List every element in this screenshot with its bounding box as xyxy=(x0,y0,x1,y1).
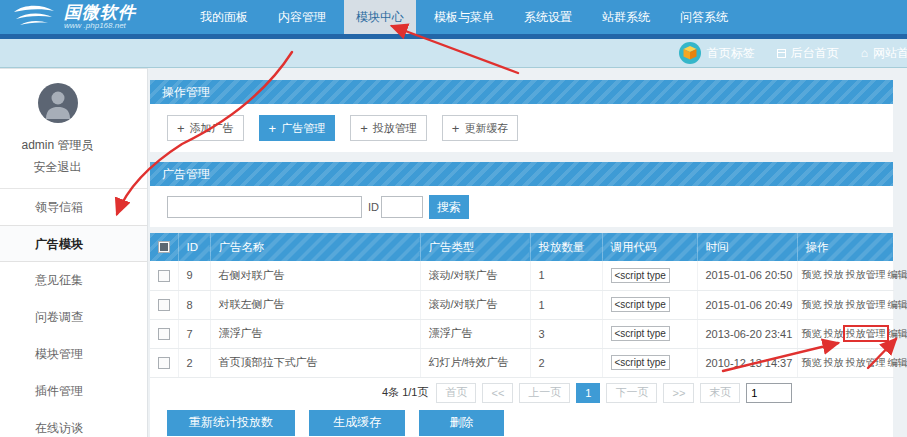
nav-item-2[interactable]: 模块中心 xyxy=(344,0,416,34)
cell-checkbox xyxy=(150,261,178,290)
cell-name: 首页顶部拉下式广告 xyxy=(210,348,420,377)
quick-link-0[interactable]: 首页标签 xyxy=(678,41,755,65)
row-checkbox[interactable] xyxy=(158,270,170,282)
page-button-3[interactable]: 1 xyxy=(576,383,600,403)
cell-code: <script type xyxy=(602,290,697,319)
header-cell-2: 广告名称 xyxy=(210,233,420,261)
ops-button-label: 更新缓存 xyxy=(464,121,508,136)
ops-button-2[interactable]: +投放管理 xyxy=(350,115,427,141)
cell-actions: 预览投放投放管理编辑 xyxy=(797,348,893,377)
row-checkbox[interactable] xyxy=(158,357,170,369)
sidebar-menu: 领导信箱广告模块意见征集问卷调查模块管理插件管理在线访谈 xyxy=(0,188,147,437)
action-link-3[interactable]: 编辑 xyxy=(888,299,907,310)
nav-item-1[interactable]: 内容管理 xyxy=(266,0,338,34)
footer-button-0[interactable]: 重新统计投放数 xyxy=(167,410,295,436)
action-link-2[interactable]: 投放管理 xyxy=(846,357,886,368)
cell-time: 2015-01-06 20:49 xyxy=(697,290,797,319)
code-input[interactable]: <script type xyxy=(611,297,670,312)
nav-item-4[interactable]: 系统设置 xyxy=(512,0,584,34)
nav-item-6[interactable]: 问答系统 xyxy=(668,0,740,34)
row-checkbox[interactable] xyxy=(158,328,170,340)
action-link-3[interactable]: 编辑 xyxy=(888,357,907,368)
app-logo: 国微软件 www .php168.net xyxy=(0,0,188,34)
sidebar-item-3[interactable]: 问卷调查 xyxy=(0,299,147,336)
page-button-4[interactable]: 下一页 xyxy=(606,383,657,403)
action-link-1[interactable]: 投放 xyxy=(824,357,844,368)
cell-checkbox xyxy=(150,348,178,377)
action-link-0[interactable]: 预览 xyxy=(802,357,822,368)
cell-time: 2013-06-20 23:41 xyxy=(697,319,797,348)
action-link-1[interactable]: 投放 xyxy=(824,328,844,339)
nav-item-5[interactable]: 站群系统 xyxy=(590,0,662,34)
quick-link-1[interactable]: 后台首页 xyxy=(777,45,839,62)
cell-type: 滚动/对联广告 xyxy=(420,261,530,290)
cell-code: <script type xyxy=(602,348,697,377)
action-link-2-red-boxed[interactable]: 投放管理 xyxy=(846,328,886,339)
action-link-1[interactable]: 投放 xyxy=(824,269,844,280)
action-link-2[interactable]: 投放管理 xyxy=(846,269,886,280)
cell-count: 1 xyxy=(530,261,602,290)
action-link-3[interactable]: 编辑 xyxy=(888,269,907,280)
code-input[interactable]: <script type xyxy=(611,326,670,341)
ops-button-label: 广告管理 xyxy=(281,121,325,136)
cell-checkbox xyxy=(150,319,178,348)
search-button[interactable]: 搜索 xyxy=(429,195,469,219)
window-icon xyxy=(777,49,786,58)
ops-button-label: 投放管理 xyxy=(373,121,417,136)
search-row: ID 搜索 xyxy=(150,186,893,227)
code-input[interactable]: <script type xyxy=(611,355,670,370)
waves-logo-icon xyxy=(12,3,56,31)
pagination: 4条 1/1页 首页<<上一页1下一页>>末页 xyxy=(150,378,893,407)
action-link-0[interactable]: 预览 xyxy=(802,269,822,280)
cell-code: <script type xyxy=(602,261,697,290)
cell-id: 2 xyxy=(178,348,210,377)
nav-item-3[interactable]: 模板与菜单 xyxy=(422,0,506,34)
header-cell-1: ID xyxy=(178,233,210,261)
cell-actions: 预览投放投放管理编辑 xyxy=(797,290,893,319)
cell-type: 漂浮广告 xyxy=(420,319,530,348)
ops-button-3[interactable]: +更新缓存 xyxy=(442,115,519,141)
page-number-input[interactable] xyxy=(746,383,792,403)
main-content: 操作管理 +添加广告+广告管理+投放管理+更新缓存 广告管理 ID 搜索 ID广… xyxy=(148,68,907,437)
row-checkbox[interactable] xyxy=(158,299,170,311)
page-button-1[interactable]: << xyxy=(482,383,513,403)
header-cell-5: 调用代码 xyxy=(602,233,697,261)
sidebar-item-0[interactable]: 领导信箱 xyxy=(0,188,147,225)
footer-button-1[interactable]: 生成缓存 xyxy=(309,410,405,436)
app-subtitle: www .php168.net xyxy=(64,22,136,30)
id-input[interactable] xyxy=(381,196,423,218)
page-button-6[interactable]: 末页 xyxy=(700,383,740,403)
keyword-input[interactable] xyxy=(167,196,362,218)
ops-button-label: 添加广告 xyxy=(190,121,234,136)
cell-id: 7 xyxy=(178,319,210,348)
cell-name: 对联左侧广告 xyxy=(210,290,420,319)
action-link-3[interactable]: 编辑 xyxy=(888,328,907,339)
logout-link[interactable]: 安全退出 xyxy=(0,159,115,176)
username-label: admin 管理员 xyxy=(0,137,115,154)
sidebar-item-4[interactable]: 模块管理 xyxy=(0,336,147,373)
action-link-0[interactable]: 预览 xyxy=(802,328,822,339)
home-icon: ⌂ xyxy=(861,46,868,60)
select-all-checkbox[interactable] xyxy=(158,241,170,253)
code-input[interactable]: <script type xyxy=(611,268,670,283)
sidebar: admin 管理员 安全退出 领导信箱广告模块意见征集问卷调查模块管理插件管理在… xyxy=(0,68,148,437)
package-icon xyxy=(678,41,702,65)
quick-link-2[interactable]: ⌂网站首页 xyxy=(861,45,907,62)
page-button-2[interactable]: 上一页 xyxy=(519,383,570,403)
sidebar-item-2[interactable]: 意见征集 xyxy=(0,262,147,299)
cell-time: 2015-01-06 20:50 xyxy=(697,261,797,290)
footer-button-2[interactable]: 删除 xyxy=(419,410,504,436)
sidebar-item-1[interactable]: 广告模块 xyxy=(0,225,147,262)
action-link-2[interactable]: 投放管理 xyxy=(846,299,886,310)
pagination-summary: 4条 1/1页 xyxy=(382,385,428,400)
sidebar-item-6[interactable]: 在线访谈 xyxy=(0,410,147,437)
ops-button-0[interactable]: +添加广告 xyxy=(167,115,244,141)
action-link-0[interactable]: 预览 xyxy=(802,299,822,310)
ops-button-1[interactable]: +广告管理 xyxy=(259,115,336,141)
action-link-1[interactable]: 投放 xyxy=(824,299,844,310)
nav-item-0[interactable]: 我的面板 xyxy=(188,0,260,34)
page-button-5[interactable]: >> xyxy=(663,383,694,403)
header-cell-3: 广告类型 xyxy=(420,233,530,261)
sidebar-item-5[interactable]: 插件管理 xyxy=(0,373,147,410)
page-button-0[interactable]: 首页 xyxy=(436,383,476,403)
